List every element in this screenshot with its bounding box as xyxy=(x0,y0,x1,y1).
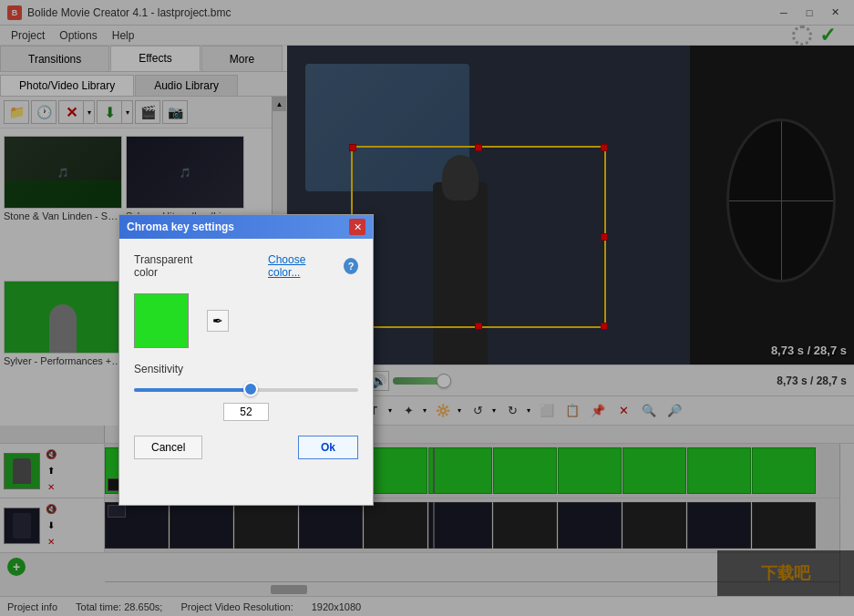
ok-button[interactable]: Ok xyxy=(298,436,358,459)
transparent-color-label: Transparent color xyxy=(134,253,210,279)
dialog-body: Transparent color Choose color... ? ✒ Se… xyxy=(119,239,373,474)
dialog-close-button[interactable]: ✕ xyxy=(349,219,365,235)
sensitivity-value[interactable]: 52 xyxy=(223,403,269,421)
sensitivity-label: Sensitivity xyxy=(134,363,358,375)
swatch-row: ✒ xyxy=(134,288,358,348)
modal-overlay: Chroma key settings ✕ Transparent color … xyxy=(0,0,854,616)
slider-thumb[interactable] xyxy=(243,382,258,396)
help-icon[interactable]: ? xyxy=(344,258,358,274)
color-swatch[interactable] xyxy=(134,293,189,348)
cancel-button[interactable]: Cancel xyxy=(134,436,202,459)
dialog-title: Chroma key settings xyxy=(127,221,349,233)
eyedropper-button[interactable]: ✒ xyxy=(207,310,229,332)
chroma-key-dialog: Chroma key settings ✕ Transparent color … xyxy=(118,214,374,506)
dialog-titlebar: Chroma key settings ✕ xyxy=(119,215,373,239)
dialog-buttons: Cancel Ok xyxy=(134,436,358,459)
eyedropper-container: ✒ xyxy=(207,310,229,332)
sensitivity-slider-container[interactable] xyxy=(134,381,358,399)
color-row: Transparent color Choose color... ? xyxy=(134,253,358,279)
sensitivity-section: Sensitivity 52 xyxy=(134,363,358,421)
slider-fill xyxy=(134,388,251,392)
choose-color-link[interactable]: Choose color... xyxy=(268,253,333,279)
